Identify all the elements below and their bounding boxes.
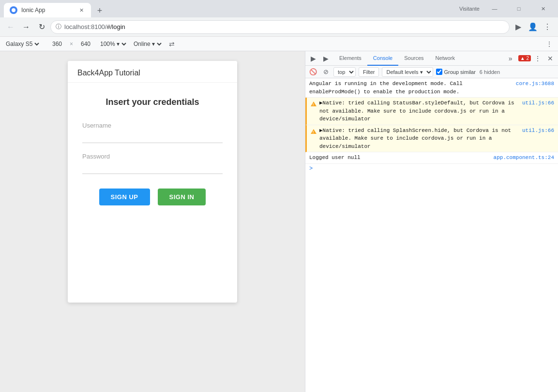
- browser-viewport-area: Back4App Tutorial Insert your credential…: [0, 51, 305, 392]
- console-message-3: ▶Native: tried calling SplashScreen.hide…: [305, 125, 558, 153]
- new-tab-button[interactable]: +: [93, 4, 106, 17]
- preserve-log-icon[interactable]: ⊘: [321, 67, 331, 77]
- signup-button[interactable]: SIGN UP: [99, 189, 150, 205]
- warning-triangle-1: [311, 102, 317, 106]
- prompt-arrow: >: [309, 165, 313, 172]
- console-msg-link-3[interactable]: util.js:66: [522, 127, 554, 135]
- password-input[interactable]: [82, 162, 223, 174]
- minimize-button[interactable]: —: [483, 1, 506, 16]
- mobile-content: Insert your credentials Username Passwor…: [68, 83, 237, 225]
- browser-viewport: Back4App Tutorial Insert your credential…: [0, 51, 305, 392]
- width-input[interactable]: [48, 41, 66, 47]
- button-row: SIGN UP SIGN IN: [82, 189, 223, 205]
- devtools-tab-bar: ▶ ▶ Elements Console Sources Network » ▲: [305, 51, 558, 66]
- console-toolbar: 🚫 ⊘ top Filter Default levels ▾ Group si…: [305, 66, 558, 78]
- browser-toolbar: ← → ↻ ⓘ localhost:8100/#/login ▶ 👤 ⋮: [0, 17, 558, 37]
- url-scheme: localhost:8100/: [64, 23, 106, 30]
- cast-icon[interactable]: ▶: [512, 20, 525, 34]
- console-input[interactable]: [316, 166, 554, 172]
- group-similar-wrap: Group similar: [436, 69, 475, 75]
- tab-network[interactable]: Network: [430, 51, 461, 66]
- reload-button[interactable]: ↻: [35, 20, 48, 34]
- device-toolbar-more-button[interactable]: ⋮: [544, 39, 554, 49]
- console-msg-text-4: Logged user null: [309, 154, 491, 162]
- zoom-select[interactable]: 100% ▾: [98, 40, 128, 48]
- console-messages: Angular is running in the development mo…: [305, 78, 558, 392]
- warning-triangle-2: [311, 129, 317, 134]
- url-path: #/login: [106, 23, 125, 30]
- title-bar: Ionic App ✕ + Visitante — □ ✕: [0, 0, 558, 17]
- password-label: Password: [82, 153, 223, 160]
- console-msg-text-3: ▶Native: tried calling SplashScreen.hide…: [319, 127, 519, 151]
- content-row: Back4App Tutorial Insert your credential…: [0, 51, 558, 392]
- more-menu-button[interactable]: ⋮: [541, 20, 554, 34]
- device-mode-icon[interactable]: ▶: [320, 53, 332, 64]
- context-select[interactable]: top: [333, 67, 356, 77]
- password-field: Password: [82, 153, 223, 174]
- tab-favicon-icon: [10, 6, 17, 14]
- device-toolbar: Galaxy S5 × 100% ▾ Online ▾ ⇄ ⋮: [0, 37, 558, 51]
- devtools-settings-button[interactable]: ⋮: [532, 53, 543, 64]
- security-icon: ⓘ: [56, 23, 61, 31]
- console-msg-link-2[interactable]: util.js:66: [522, 99, 554, 107]
- toolbar-right-actions: ▶ 👤 ⋮: [512, 20, 554, 34]
- more-tabs-button[interactable]: »: [505, 53, 516, 64]
- address-text: localhost:8100/#/login: [64, 23, 504, 30]
- inspect-element-icon[interactable]: ▶: [307, 53, 319, 64]
- browser-tab[interactable]: Ionic App ✕: [4, 3, 91, 17]
- group-similar-label: Group similar: [444, 69, 475, 75]
- dim-cross: ×: [70, 41, 73, 47]
- console-message-4: Logged user null app.component.ts:24: [305, 152, 558, 164]
- group-similar-checkbox[interactable]: [436, 69, 442, 75]
- hidden-count: 6 hidden: [480, 69, 500, 75]
- username-input[interactable]: [82, 131, 223, 143]
- form-title: Insert your credentials: [82, 97, 223, 107]
- level-select[interactable]: Default levels ▾: [382, 67, 433, 77]
- tab-sources[interactable]: Sources: [398, 51, 429, 66]
- devtools-close-button[interactable]: ✕: [544, 53, 556, 64]
- tab-close-button[interactable]: ✕: [77, 6, 85, 14]
- rotate-icon[interactable]: ⇄: [167, 39, 177, 49]
- console-prompt: >: [305, 164, 558, 174]
- tab-area: Ionic App ✕ +: [4, 0, 459, 17]
- console-msg-link-1[interactable]: core.js:3688: [516, 80, 554, 88]
- error-count-badge: ▲ 2: [518, 55, 531, 61]
- tab-elements[interactable]: Elements: [333, 51, 367, 66]
- devtools-panel: ▶ ▶ Elements Console Sources Network » ▲: [305, 51, 558, 392]
- window-user: Visitante: [459, 6, 480, 12]
- console-message-2: ▶Native: tried calling StatusBar.styleDe…: [305, 98, 558, 125]
- console-msg-text-2: ▶Native: tried calling StatusBar.styleDe…: [319, 99, 519, 123]
- warning-icon-2: [311, 128, 317, 136]
- warning-icon-1: [311, 100, 317, 109]
- device-select[interactable]: Galaxy S5: [4, 40, 41, 48]
- username-field: Username: [82, 122, 223, 143]
- devtools-panel-icons: » ▲ 2 ⋮ ✕: [505, 53, 556, 64]
- username-label: Username: [82, 122, 223, 129]
- back-button[interactable]: ←: [4, 20, 17, 34]
- mobile-frame: Back4App Tutorial Insert your credential…: [68, 61, 237, 303]
- devtools-left-icons: ▶ ▶: [307, 53, 332, 64]
- profile-icon[interactable]: 👤: [526, 20, 540, 34]
- console-message-1: Angular is running in the development mo…: [305, 78, 558, 98]
- clear-console-button[interactable]: 🚫: [308, 67, 318, 77]
- filter-button[interactable]: Filter: [359, 67, 379, 77]
- app-header-title: Back4App Tutorial: [77, 69, 140, 77]
- address-bar[interactable]: ⓘ localhost:8100/#/login: [50, 20, 510, 34]
- close-button[interactable]: ✕: [532, 1, 554, 16]
- console-msg-link-4[interactable]: app.component.ts:24: [494, 154, 554, 162]
- tab-console[interactable]: Console: [367, 51, 398, 66]
- mobile-header: Back4App Tutorial: [68, 61, 237, 83]
- console-msg-text-1: Angular is running in the development mo…: [309, 80, 513, 96]
- forward-button[interactable]: →: [19, 20, 33, 34]
- height-input[interactable]: [77, 41, 94, 47]
- window-controls: — □ ✕: [483, 1, 554, 16]
- signin-button[interactable]: SIGN IN: [158, 189, 206, 205]
- network-select[interactable]: Online ▾: [132, 40, 163, 48]
- restore-button[interactable]: □: [508, 1, 530, 16]
- tab-title: Ionic App: [21, 7, 74, 14]
